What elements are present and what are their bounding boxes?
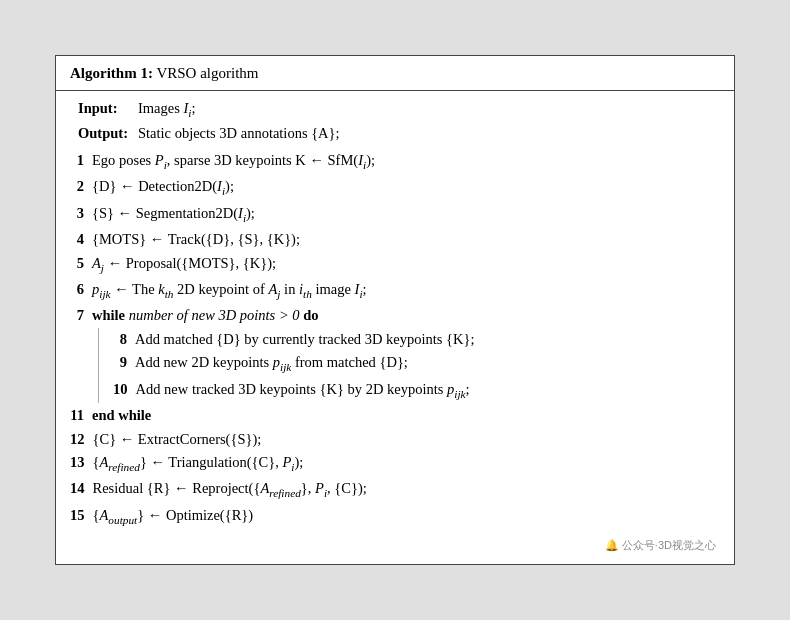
step-15: 15 {Aoutput} ← Optimize({R}) [70, 504, 720, 529]
step-content-14: Residual {R} ← Reproject({Arefined}, Pi,… [93, 477, 721, 502]
step-4: 4 {MOTS} ← Track({D}, {S}, {K}); [70, 228, 720, 250]
step-num-7: 7 [70, 304, 92, 326]
step-content-8: Add matched {D} by currently tracked 3D … [135, 328, 720, 350]
step-13: 13 {Arefined} ← Triangulation({C}, Pi); [70, 451, 720, 476]
algorithm-header: Algorithm 1: VRSO algorithm [56, 56, 734, 91]
step-2: 2 {D} ← Detection2D(Ii); [70, 175, 720, 200]
step-num-12: 12 [70, 428, 93, 450]
steps-container: 1 Ego poses Pi, sparse 3D keypoints K ← … [70, 149, 720, 530]
step-1: 1 Ego poses Pi, sparse 3D keypoints K ← … [70, 149, 720, 174]
step-content-10: Add new tracked 3D keypoints {K} by 2D k… [136, 378, 721, 403]
step-content-13: {Arefined} ← Triangulation({C}, Pi); [93, 451, 721, 476]
step-content-4: {MOTS} ← Track({D}, {S}, {K}); [92, 228, 720, 250]
algorithm-title: VRSO algorithm [156, 65, 258, 81]
step-num-9: 9 [113, 351, 135, 373]
step-num-1: 1 [70, 149, 92, 171]
output-label: Output: [78, 122, 138, 144]
step-content-9: Add new 2D keypoints pijk from matched {… [135, 351, 720, 376]
step-content-7: while number of new 3D points > 0 do [92, 304, 720, 326]
while-body: 8 Add matched {D} by currently tracked 3… [98, 328, 720, 403]
step-12: 12 {C} ← ExtractCorners({S}); [70, 428, 720, 450]
step-num-5: 5 [70, 252, 92, 274]
step-6: 6 pijk ← The kth 2D keypoint of Aj in it… [70, 278, 720, 303]
step-14: 14 Residual {R} ← Reproject({Arefined}, … [70, 477, 720, 502]
step-content-1: Ego poses Pi, sparse 3D keypoints K ← Sf… [92, 149, 720, 174]
step-num-15: 15 [70, 504, 93, 526]
output-row: Output: Static objects 3D annotations {A… [78, 122, 720, 144]
io-section: Input: Images Ii; Output: Static objects… [78, 97, 720, 145]
step-num-11: 11 [70, 404, 92, 426]
step-content-5: Aj ← Proposal({MOTS}, {K}); [92, 252, 720, 277]
step-content-6: pijk ← The kth 2D keypoint of Aj in ith … [92, 278, 720, 303]
step-5: 5 Aj ← Proposal({MOTS}, {K}); [70, 252, 720, 277]
step-content-11: end while [92, 404, 720, 426]
step-9: 9 Add new 2D keypoints pijk from matched… [113, 351, 720, 376]
step-num-8: 8 [113, 328, 135, 350]
watermark: 🔔 公众号·3D视觉之心 [70, 537, 720, 554]
step-num-13: 13 [70, 451, 93, 473]
step-num-14: 14 [70, 477, 93, 499]
input-content: Images Ii; [138, 97, 196, 122]
step-content-2: {D} ← Detection2D(Ii); [92, 175, 720, 200]
algorithm-body: Input: Images Ii; Output: Static objects… [56, 91, 734, 565]
output-content: Static objects 3D annotations {A}; [138, 122, 340, 144]
step-num-4: 4 [70, 228, 92, 250]
step-num-2: 2 [70, 175, 92, 197]
algorithm-label: Algorithm 1: [70, 65, 153, 81]
step-11-end-while: 11 end while [70, 404, 720, 426]
step-10: 10 Add new tracked 3D keypoints {K} by 2… [113, 378, 720, 403]
step-num-3: 3 [70, 202, 92, 224]
step-num-10: 10 [113, 378, 136, 400]
step-3: 3 {S} ← Segmentation2D(Ii); [70, 202, 720, 227]
step-7-while: 7 while number of new 3D points > 0 do [70, 304, 720, 326]
step-content-12: {C} ← ExtractCorners({S}); [93, 428, 721, 450]
step-content-15: {Aoutput} ← Optimize({R}) [93, 504, 721, 529]
step-num-6: 6 [70, 278, 92, 300]
step-content-3: {S} ← Segmentation2D(Ii); [92, 202, 720, 227]
input-label: Input: [78, 97, 138, 119]
algorithm-box: Algorithm 1: VRSO algorithm Input: Image… [55, 55, 735, 566]
input-row: Input: Images Ii; [78, 97, 720, 122]
step-8: 8 Add matched {D} by currently tracked 3… [113, 328, 720, 350]
